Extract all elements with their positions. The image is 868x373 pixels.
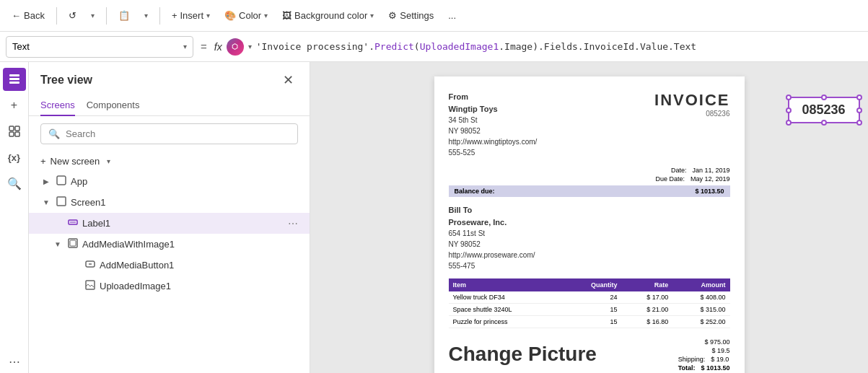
undo-dropdown-button[interactable]: ▾ bbox=[85, 9, 100, 22]
tree-item-addmediabutton1[interactable]: AddMediaButton1 bbox=[29, 255, 310, 276]
handle-bm[interactable] bbox=[821, 120, 827, 126]
search-icon-button[interactable]: 🔍 bbox=[3, 172, 26, 195]
tree-item-screen1-label: Screen1 bbox=[71, 197, 298, 208]
tree-item-ui1-label: UploadedImage1 bbox=[100, 281, 298, 291]
search-input[interactable] bbox=[66, 128, 290, 139]
text-box-overlay[interactable]: 085236 bbox=[788, 97, 860, 123]
balance-due-value: $ 1013.50 bbox=[695, 188, 724, 195]
date-row: Date: Jan 11, 2019 bbox=[449, 167, 730, 174]
grid-icon-button[interactable] bbox=[3, 120, 26, 143]
handle-mr[interactable] bbox=[856, 107, 862, 113]
tree-search-container[interactable]: 🔍 bbox=[40, 123, 298, 144]
qty-3: 15 bbox=[563, 316, 622, 328]
invoice-dates: Date: Jan 11, 2019 Due Date: May 12, 201… bbox=[449, 167, 730, 183]
addmediabutton1-icon bbox=[85, 259, 95, 271]
handle-ml[interactable] bbox=[786, 107, 792, 113]
tree-item-addmediawithimage1[interactable]: ▼ AddMediaWithImage1 bbox=[29, 234, 310, 255]
plus-icon-3: + bbox=[40, 156, 46, 167]
variable-icon-button[interactable]: {x} bbox=[3, 146, 26, 169]
svg-rect-1 bbox=[9, 78, 19, 80]
expand-icon-app: ▶ bbox=[40, 177, 52, 185]
main-layout: + {x} 🔍 ⋯ Tree view ✕ Screens Compone bbox=[0, 62, 868, 373]
divider-1 bbox=[56, 7, 57, 25]
more-options-icon[interactable]: ⋯ bbox=[288, 218, 298, 229]
layers-icon-button[interactable] bbox=[3, 68, 26, 91]
formula-expression[interactable]: 'Invoice processing'.Predict(UploadedIma… bbox=[256, 41, 697, 52]
due-date-value: May 12, 2019 bbox=[691, 175, 730, 183]
subtotal-row: $ 975.00 bbox=[678, 338, 730, 346]
svg-rect-4 bbox=[15, 126, 19, 131]
plus-icon: + bbox=[172, 10, 177, 21]
svg-rect-12 bbox=[70, 240, 76, 246]
chevron-down-icon-7: ▾ bbox=[248, 43, 252, 51]
chevron-down-icon-4: ▾ bbox=[264, 12, 268, 19]
back-label: Back bbox=[24, 10, 45, 21]
background-color-button[interactable]: 🖼 Background color ▾ bbox=[276, 7, 380, 24]
plus-icon-button[interactable]: + bbox=[3, 94, 26, 117]
svg-rect-6 bbox=[15, 132, 19, 136]
expand-icon-amwi1: ▼ bbox=[52, 240, 63, 248]
date-label: Date: bbox=[671, 167, 687, 174]
handle-tm[interactable] bbox=[821, 95, 827, 100]
shipping-value: $ 19.0 bbox=[711, 356, 729, 363]
background-color-label: Background color bbox=[294, 10, 367, 21]
color-button[interactable]: 🎨 Color ▾ bbox=[219, 7, 273, 24]
clipboard-button[interactable]: 📋 bbox=[113, 7, 136, 24]
undo-button[interactable]: ↺ bbox=[63, 7, 82, 24]
more-icon-button[interactable]: ⋯ bbox=[3, 350, 26, 373]
label1-icon bbox=[68, 217, 78, 229]
property-select[interactable]: Text ▾ bbox=[6, 36, 193, 58]
table-row: Yellow truck DF34 24 $ 17.00 $ 408.00 bbox=[449, 291, 730, 304]
tree-item-screen1[interactable]: ▼ Screen1 bbox=[29, 192, 310, 213]
tree-item-uploadedimage1[interactable]: UploadedImage1 bbox=[29, 276, 310, 297]
property-select-value: Text bbox=[12, 41, 30, 52]
invoice-table: Item Quantity Rate Amount Yellow truck D… bbox=[449, 278, 730, 328]
col-qty: Quantity bbox=[563, 278, 622, 291]
item-3: Puzzle for princess bbox=[449, 316, 563, 328]
insert-button[interactable]: + Insert ▾ bbox=[166, 7, 216, 24]
clipboard-icon: 📋 bbox=[118, 10, 130, 21]
toolbar: ← Back ↺ ▾ 📋 ▾ + Insert ▾ 🎨 Color ▾ 🖼 Ba… bbox=[0, 0, 868, 32]
handle-bl[interactable] bbox=[786, 120, 792, 126]
settings-button[interactable]: ⚙ Settings bbox=[382, 7, 439, 24]
qty-2: 15 bbox=[563, 304, 622, 316]
formula-bar: Text ▾ = fx ⬡ ▾ 'Invoice processing'.Pre… bbox=[0, 32, 868, 62]
due-date-label: Due Date: bbox=[655, 175, 685, 183]
close-tree-button[interactable]: ✕ bbox=[279, 71, 298, 89]
search-icon-small: 🔍 bbox=[48, 128, 60, 139]
table-body: Yellow truck DF34 24 $ 17.00 $ 408.00 Sp… bbox=[449, 291, 730, 328]
invoice-from: From Wingtip Toys 34 5th St NY 98052 htt… bbox=[449, 91, 538, 158]
clipboard-dropdown-button[interactable]: ▾ bbox=[139, 9, 154, 22]
back-arrow-icon: ← bbox=[12, 10, 21, 21]
new-screen-button[interactable]: + New screen ▾ bbox=[29, 152, 310, 171]
more-button[interactable]: ... bbox=[442, 7, 462, 24]
chevron-down-icon-5: ▾ bbox=[370, 12, 374, 19]
addmediawithimage1-icon bbox=[68, 238, 78, 250]
back-button[interactable]: ← Back bbox=[6, 7, 51, 24]
bill-address1: 654 11st St bbox=[449, 229, 486, 237]
app-icon bbox=[56, 175, 66, 188]
tree-tabs: Screens Components bbox=[29, 95, 310, 116]
tree-item-app[interactable]: ▶ App bbox=[29, 171, 310, 192]
undo-icon: ↺ bbox=[69, 10, 76, 21]
svg-rect-0 bbox=[9, 74, 19, 76]
amount-1: $ 408.00 bbox=[672, 291, 729, 304]
chevron-down-icon: ▾ bbox=[91, 12, 95, 19]
tree-item-label1[interactable]: Label1 ⋯ bbox=[29, 213, 310, 234]
handle-br[interactable] bbox=[856, 120, 862, 126]
handle-tr[interactable] bbox=[856, 95, 862, 100]
tree-title: Tree view bbox=[40, 74, 92, 87]
col-amount: Amount bbox=[672, 278, 729, 291]
rate-1: $ 17.00 bbox=[622, 291, 673, 304]
handle-tl[interactable] bbox=[786, 95, 792, 100]
tree-item-label1-label: Label1 bbox=[82, 218, 284, 229]
bill-website: http://www.proseware.com/ bbox=[449, 251, 535, 259]
company-name: Wingtip Toys bbox=[449, 105, 498, 113]
website: http://www.wingtiptoys.com/ bbox=[449, 138, 538, 146]
text-box-value: 085236 bbox=[802, 102, 845, 117]
balance-due-label: Balance due: bbox=[455, 188, 495, 195]
col-item: Item bbox=[449, 278, 563, 291]
tab-screens[interactable]: Screens bbox=[40, 95, 75, 116]
uploadedimage1-icon bbox=[85, 280, 95, 292]
tab-components[interactable]: Components bbox=[87, 95, 140, 116]
